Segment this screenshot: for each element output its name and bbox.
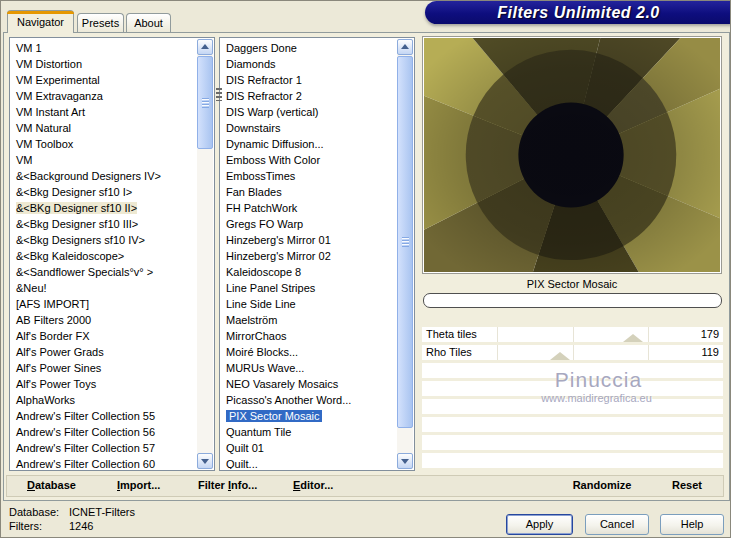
progress-bar [423, 293, 722, 308]
menu-item-filterinfo[interactable]: Filter Info... [198, 479, 257, 491]
menu-item-database[interactable]: Database [27, 479, 76, 491]
slider-row[interactable] [422, 453, 723, 468]
window-title: Filters Unlimited 2.0 [497, 4, 660, 22]
list-item[interactable]: DIS Refractor 2 [221, 88, 397, 104]
list-item[interactable]: [AFS IMPORT] [11, 296, 197, 312]
slider-row[interactable] [422, 399, 723, 414]
scroll-down-icon[interactable] [397, 453, 413, 469]
randomize-button[interactable]: Randomize [552, 479, 652, 491]
scroll-down-icon[interactable] [197, 453, 213, 469]
list-item[interactable]: Alf's Power Toys [11, 376, 197, 392]
slider-row[interactable] [422, 435, 723, 450]
list-item[interactable]: VM Distortion [11, 56, 197, 72]
list-item[interactable]: Alf's Power Sines [11, 360, 197, 376]
list-item[interactable]: &Neu! [11, 280, 197, 296]
menu-item-editor[interactable]: Editor... [293, 479, 333, 491]
list-item[interactable]: AB Filters 2000 [11, 312, 197, 328]
list-item[interactable]: MURUs Wave... [221, 360, 397, 376]
list-item[interactable]: EmbossTimes [221, 168, 397, 184]
list-item[interactable]: DIS Warp (vertical) [221, 104, 397, 120]
list-item[interactable]: &<Sandflower Specials°v° > [11, 264, 197, 280]
status-filters-label: Filters: [9, 520, 42, 532]
help-button[interactable]: Help [660, 514, 724, 535]
filter-listbox: Daggers DoneDiamondsDIS Refractor 1DIS R… [219, 37, 415, 471]
scroll-up-icon[interactable] [397, 39, 413, 55]
slider-row[interactable]: Rho Tiles119 [422, 345, 723, 360]
category-scrollbar[interactable] [197, 39, 213, 469]
reset-button[interactable]: Reset [659, 479, 715, 491]
list-item[interactable]: Andrew's Filter Collection 55 [11, 408, 197, 424]
list-item[interactable]: Hinzeberg's Mirror 02 [221, 248, 397, 264]
slider-thumb[interactable] [550, 352, 570, 360]
list-item[interactable]: Downstairs [221, 120, 397, 136]
list-item[interactable]: Emboss With Color [221, 152, 397, 168]
slider-tick [573, 345, 574, 360]
list-item[interactable]: &<Bkg Designers sf10 IV> [11, 232, 197, 248]
list-item[interactable]: Kaleidoscope 8 [221, 264, 397, 280]
list-item[interactable]: FH PatchWork [221, 200, 397, 216]
scrollbar-thumb[interactable] [197, 56, 213, 149]
list-item[interactable]: Maelström [221, 312, 397, 328]
slider-thumb[interactable] [623, 334, 643, 342]
tab-navigator[interactable]: Navigator [7, 10, 74, 33]
list-item[interactable]: &<Bkg Designer sf10 III> [11, 216, 197, 232]
list-item[interactable]: Picasso's Another Word... [221, 392, 397, 408]
list-item[interactable]: NEO Vasarely Mosaics [221, 376, 397, 392]
list-item[interactable]: MirrorChaos [221, 328, 397, 344]
cancel-button[interactable]: Cancel [585, 514, 649, 535]
list-item[interactable]: Quilt 01 [221, 440, 397, 456]
slider-tick [497, 345, 498, 360]
list-item[interactable]: VM 1 [11, 40, 197, 56]
list-item[interactable]: Hinzeberg's Mirror 01 [221, 232, 397, 248]
list-item[interactable]: Daggers Done [221, 40, 397, 56]
list-item[interactable]: VM Extravaganza [11, 88, 197, 104]
list-item[interactable]: &<Bkg Designer sf10 I> [11, 184, 197, 200]
list-item[interactable]: &<BKg Designer sf10 II> [11, 200, 197, 216]
list-item[interactable]: Line Side Line [221, 296, 397, 312]
slider-row[interactable] [422, 381, 723, 396]
list-item[interactable]: &<Bkg Kaleidoscope> [11, 248, 197, 264]
menu-item-import[interactable]: Import... [117, 479, 160, 491]
list-item[interactable]: Dynamic Diffusion... [221, 136, 397, 152]
list-item[interactable]: Alf's Border FX [11, 328, 197, 344]
slider-value: 179 [701, 328, 719, 340]
list-item[interactable]: VM [11, 152, 197, 168]
list-item[interactable]: Fan Blades [221, 184, 397, 200]
list-item[interactable]: AlphaWorks [11, 392, 197, 408]
list-item[interactable]: VM Experimental [11, 72, 197, 88]
slider-row[interactable] [422, 363, 723, 378]
slider-label: Rho Tiles [426, 346, 472, 358]
tab-presets[interactable]: Presets [77, 13, 124, 32]
list-item[interactable]: Andrew's Filter Collection 57 [11, 440, 197, 456]
slider-panel: Theta tiles179Rho Tiles119 [422, 327, 723, 471]
list-item[interactable]: Andrew's Filter Collection 60 [11, 456, 197, 469]
tab-about-label: About [134, 17, 163, 29]
apply-button[interactable]: Apply [506, 514, 573, 535]
list-item[interactable]: VM Toolbox [11, 136, 197, 152]
list-item[interactable]: Line Panel Stripes [221, 280, 397, 296]
list-item[interactable]: Alf's Power Grads [11, 344, 197, 360]
list-item[interactable]: VM Natural [11, 120, 197, 136]
list-item[interactable]: Gregs FO Warp [221, 216, 397, 232]
list-item[interactable]: DIS Refractor 1 [221, 72, 397, 88]
list-item[interactable]: VM Instant Art [11, 104, 197, 120]
slider-row[interactable] [422, 417, 723, 432]
tab-about[interactable]: About [126, 13, 171, 32]
list-item[interactable]: Quantum Tile [221, 424, 397, 440]
list-item[interactable]: Quilt... [221, 456, 397, 469]
slider-row[interactable]: Theta tiles179 [422, 327, 723, 342]
status-filters-value: 1246 [69, 520, 93, 532]
list-item[interactable]: Andrew's Filter Collection 56 [11, 424, 197, 440]
thumb-grip-icon [402, 237, 409, 247]
scrollbar-thumb[interactable] [397, 56, 413, 428]
list-item[interactable]: &<Background Designers IV> [11, 168, 197, 184]
slider-tick [497, 327, 498, 342]
list-item[interactable]: PIX Sector Mosaic [221, 408, 397, 424]
thumb-grip-icon [202, 98, 209, 108]
scroll-up-icon[interactable] [197, 39, 213, 55]
splitter-grip-icon[interactable] [216, 88, 222, 101]
list-item[interactable]: Moiré Blocks... [221, 344, 397, 360]
category-listbox: VM 1VM DistortionVM ExperimentalVM Extra… [9, 37, 215, 471]
list-item[interactable]: Diamonds [221, 56, 397, 72]
filter-scrollbar[interactable] [397, 39, 413, 469]
